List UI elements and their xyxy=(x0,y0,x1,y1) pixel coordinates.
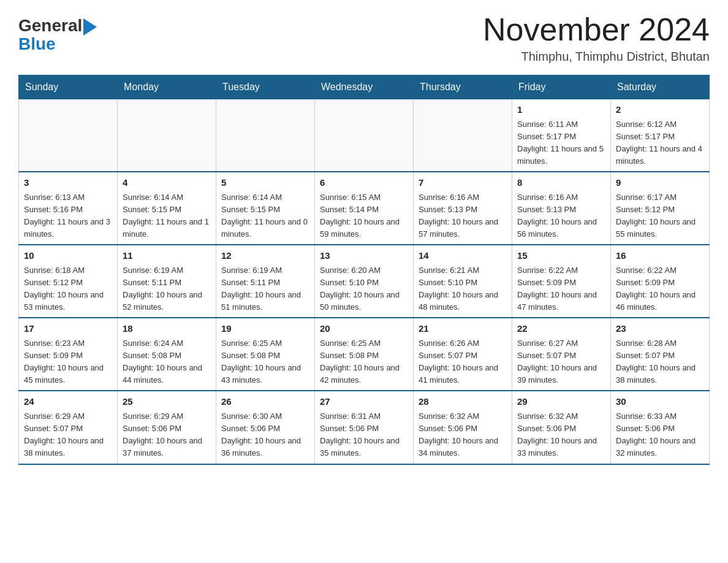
day-info: Sunrise: 6:21 AMSunset: 5:10 PMDaylight:… xyxy=(419,264,507,314)
title-area: November 2024 Thimphu, Thimphu District,… xyxy=(483,12,710,64)
calendar-week-2: 3Sunrise: 6:13 AMSunset: 5:16 PMDaylight… xyxy=(19,172,710,245)
calendar-cell: 6Sunrise: 6:15 AMSunset: 5:14 PMDaylight… xyxy=(315,172,414,245)
day-info: Sunrise: 6:24 AMSunset: 5:08 PMDaylight:… xyxy=(123,337,211,387)
day-info: Sunrise: 6:19 AMSunset: 5:11 PMDaylight:… xyxy=(123,264,211,314)
calendar-cell: 13Sunrise: 6:20 AMSunset: 5:10 PMDayligh… xyxy=(315,245,414,318)
day-number: 1 xyxy=(517,103,605,117)
day-number: 5 xyxy=(221,176,309,190)
day-info: Sunrise: 6:22 AMSunset: 5:09 PMDaylight:… xyxy=(517,264,605,314)
calendar-cell: 8Sunrise: 6:16 AMSunset: 5:13 PMDaylight… xyxy=(512,172,611,245)
day-number: 22 xyxy=(517,322,605,336)
day-info: Sunrise: 6:31 AMSunset: 5:06 PMDaylight:… xyxy=(320,410,408,460)
calendar-cell xyxy=(414,99,512,172)
day-info: Sunrise: 6:27 AMSunset: 5:07 PMDaylight:… xyxy=(517,337,605,387)
calendar-cell: 16Sunrise: 6:22 AMSunset: 5:09 PMDayligh… xyxy=(611,245,710,318)
calendar-cell: 3Sunrise: 6:13 AMSunset: 5:16 PMDaylight… xyxy=(19,172,118,245)
calendar-cell: 30Sunrise: 6:33 AMSunset: 5:06 PMDayligh… xyxy=(611,391,710,464)
calendar-week-5: 24Sunrise: 6:29 AMSunset: 5:07 PMDayligh… xyxy=(19,391,710,464)
day-number: 28 xyxy=(419,395,507,409)
day-number: 4 xyxy=(123,176,211,190)
day-info: Sunrise: 6:13 AMSunset: 5:16 PMDaylight:… xyxy=(24,191,112,241)
day-info: Sunrise: 6:30 AMSunset: 5:06 PMDaylight:… xyxy=(221,410,309,460)
day-info: Sunrise: 6:29 AMSunset: 5:06 PMDaylight:… xyxy=(123,410,211,460)
day-number: 18 xyxy=(123,322,211,336)
calendar-cell: 22Sunrise: 6:27 AMSunset: 5:07 PMDayligh… xyxy=(512,318,611,391)
calendar-cell: 15Sunrise: 6:22 AMSunset: 5:09 PMDayligh… xyxy=(512,245,611,318)
calendar-cell: 1Sunrise: 6:11 AMSunset: 5:17 PMDaylight… xyxy=(512,99,611,172)
day-info: Sunrise: 6:25 AMSunset: 5:08 PMDaylight:… xyxy=(320,337,408,387)
day-info: Sunrise: 6:14 AMSunset: 5:15 PMDaylight:… xyxy=(221,191,309,241)
calendar-week-3: 10Sunrise: 6:18 AMSunset: 5:12 PMDayligh… xyxy=(19,245,710,318)
calendar-cell: 26Sunrise: 6:30 AMSunset: 5:06 PMDayligh… xyxy=(216,391,315,464)
calendar-cell: 19Sunrise: 6:25 AMSunset: 5:08 PMDayligh… xyxy=(216,318,315,391)
day-number: 23 xyxy=(616,322,704,336)
day-info: Sunrise: 6:20 AMSunset: 5:10 PMDaylight:… xyxy=(320,264,408,314)
calendar-cell: 9Sunrise: 6:17 AMSunset: 5:12 PMDaylight… xyxy=(611,172,710,245)
logo-blue-text: Blue xyxy=(18,36,56,53)
calendar-cell: 17Sunrise: 6:23 AMSunset: 5:09 PMDayligh… xyxy=(19,318,118,391)
day-info: Sunrise: 6:25 AMSunset: 5:08 PMDaylight:… xyxy=(221,337,309,387)
day-number: 29 xyxy=(517,395,605,409)
day-info: Sunrise: 6:33 AMSunset: 5:06 PMDaylight:… xyxy=(616,410,704,460)
header-day-tuesday: Tuesday xyxy=(216,75,315,99)
header-row: SundayMondayTuesdayWednesdayThursdayFrid… xyxy=(19,75,710,99)
header-day-saturday: Saturday xyxy=(611,75,710,99)
day-number: 17 xyxy=(24,322,112,336)
calendar-body: 1Sunrise: 6:11 AMSunset: 5:17 PMDaylight… xyxy=(19,99,710,464)
day-info: Sunrise: 6:17 AMSunset: 5:12 PMDaylight:… xyxy=(616,191,704,241)
calendar-cell: 18Sunrise: 6:24 AMSunset: 5:08 PMDayligh… xyxy=(118,318,216,391)
day-info: Sunrise: 6:15 AMSunset: 5:14 PMDaylight:… xyxy=(320,191,408,241)
day-number: 26 xyxy=(221,395,309,409)
day-number: 30 xyxy=(616,395,704,409)
day-number: 27 xyxy=(320,395,408,409)
day-info: Sunrise: 6:11 AMSunset: 5:17 PMDaylight:… xyxy=(517,118,605,168)
day-number: 15 xyxy=(517,249,605,263)
logo-general-text: General xyxy=(18,17,82,34)
day-info: Sunrise: 6:32 AMSunset: 5:06 PMDaylight:… xyxy=(419,410,507,460)
calendar-cell: 10Sunrise: 6:18 AMSunset: 5:12 PMDayligh… xyxy=(19,245,118,318)
calendar-header: SundayMondayTuesdayWednesdayThursdayFrid… xyxy=(19,75,710,99)
day-info: Sunrise: 6:12 AMSunset: 5:17 PMDaylight:… xyxy=(616,118,704,168)
header-day-monday: Monday xyxy=(118,75,216,99)
day-number: 11 xyxy=(123,249,211,263)
day-number: 20 xyxy=(320,322,408,336)
calendar-cell: 28Sunrise: 6:32 AMSunset: 5:06 PMDayligh… xyxy=(414,391,512,464)
svg-marker-0 xyxy=(83,18,97,36)
day-info: Sunrise: 6:16 AMSunset: 5:13 PMDaylight:… xyxy=(419,191,507,241)
calendar-week-4: 17Sunrise: 6:23 AMSunset: 5:09 PMDayligh… xyxy=(19,318,710,391)
calendar-cell xyxy=(118,99,216,172)
day-info: Sunrise: 6:23 AMSunset: 5:09 PMDaylight:… xyxy=(24,337,112,387)
page-header: General Blue November 2024 Thimphu, Thim… xyxy=(18,12,710,64)
day-info: Sunrise: 6:19 AMSunset: 5:11 PMDaylight:… xyxy=(221,264,309,314)
calendar-cell: 14Sunrise: 6:21 AMSunset: 5:10 PMDayligh… xyxy=(414,245,512,318)
day-number: 16 xyxy=(616,249,704,263)
calendar-cell: 23Sunrise: 6:28 AMSunset: 5:07 PMDayligh… xyxy=(611,318,710,391)
day-number: 6 xyxy=(320,176,408,190)
calendar-cell: 2Sunrise: 6:12 AMSunset: 5:17 PMDaylight… xyxy=(611,99,710,172)
day-number: 19 xyxy=(221,322,309,336)
day-number: 13 xyxy=(320,249,408,263)
day-number: 25 xyxy=(123,395,211,409)
day-number: 7 xyxy=(419,176,507,190)
day-info: Sunrise: 6:22 AMSunset: 5:09 PMDaylight:… xyxy=(616,264,704,314)
header-day-sunday: Sunday xyxy=(19,75,118,99)
day-info: Sunrise: 6:26 AMSunset: 5:07 PMDaylight:… xyxy=(419,337,507,387)
header-day-wednesday: Wednesday xyxy=(315,75,414,99)
calendar-cell: 20Sunrise: 6:25 AMSunset: 5:08 PMDayligh… xyxy=(315,318,414,391)
calendar-cell: 11Sunrise: 6:19 AMSunset: 5:11 PMDayligh… xyxy=(118,245,216,318)
day-number: 3 xyxy=(24,176,112,190)
calendar-cell: 25Sunrise: 6:29 AMSunset: 5:06 PMDayligh… xyxy=(118,391,216,464)
logo: General Blue xyxy=(18,17,97,53)
day-info: Sunrise: 6:18 AMSunset: 5:12 PMDaylight:… xyxy=(24,264,112,314)
calendar-cell: 4Sunrise: 6:14 AMSunset: 5:15 PMDaylight… xyxy=(118,172,216,245)
day-number: 2 xyxy=(616,103,704,117)
calendar-cell: 12Sunrise: 6:19 AMSunset: 5:11 PMDayligh… xyxy=(216,245,315,318)
day-number: 10 xyxy=(24,249,112,263)
day-number: 12 xyxy=(221,249,309,263)
calendar-cell: 21Sunrise: 6:26 AMSunset: 5:07 PMDayligh… xyxy=(414,318,512,391)
calendar-cell xyxy=(19,99,118,172)
day-number: 8 xyxy=(517,176,605,190)
day-info: Sunrise: 6:16 AMSunset: 5:13 PMDaylight:… xyxy=(517,191,605,241)
day-number: 24 xyxy=(24,395,112,409)
main-title: November 2024 xyxy=(483,12,710,47)
